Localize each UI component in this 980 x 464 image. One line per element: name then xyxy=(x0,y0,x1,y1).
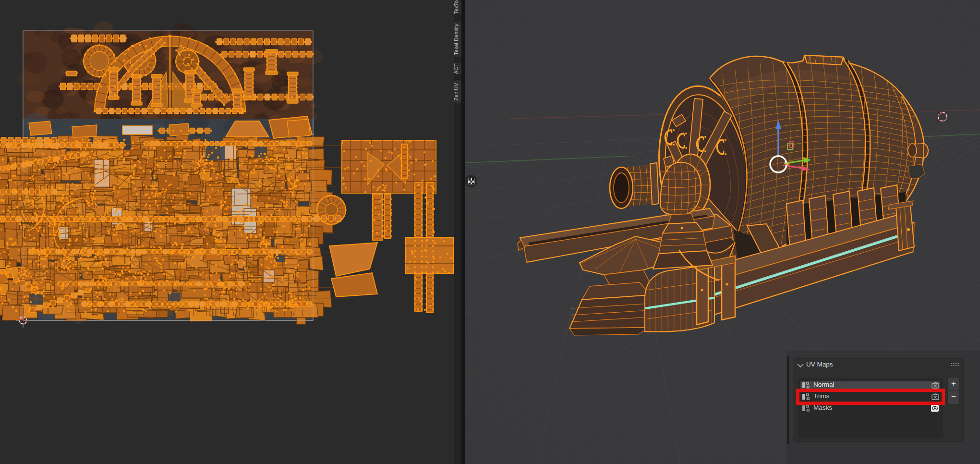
svg-text:TexTo: TexTo xyxy=(453,0,459,14)
svg-text:Zen UV: Zen UV xyxy=(453,83,459,101)
svg-text:Texel Density: Texel Density xyxy=(453,24,459,55)
svg-text:ACT: ACT xyxy=(453,63,459,74)
